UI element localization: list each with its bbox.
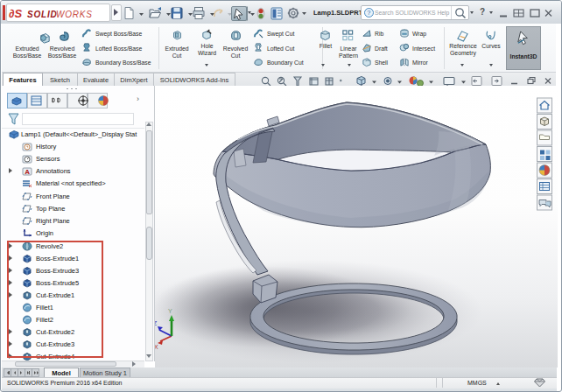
svg-text:?: ? <box>367 9 370 17</box>
svg-text:WORKS: WORKS <box>56 10 93 19</box>
svg-text:X: X <box>155 344 158 350</box>
svg-text:Y: Y <box>168 308 172 314</box>
svg-text:SOLID: SOLID <box>27 10 58 19</box>
svg-text:A: A <box>25 168 30 176</box>
svg-text:∂S: ∂S <box>9 7 22 20</box>
